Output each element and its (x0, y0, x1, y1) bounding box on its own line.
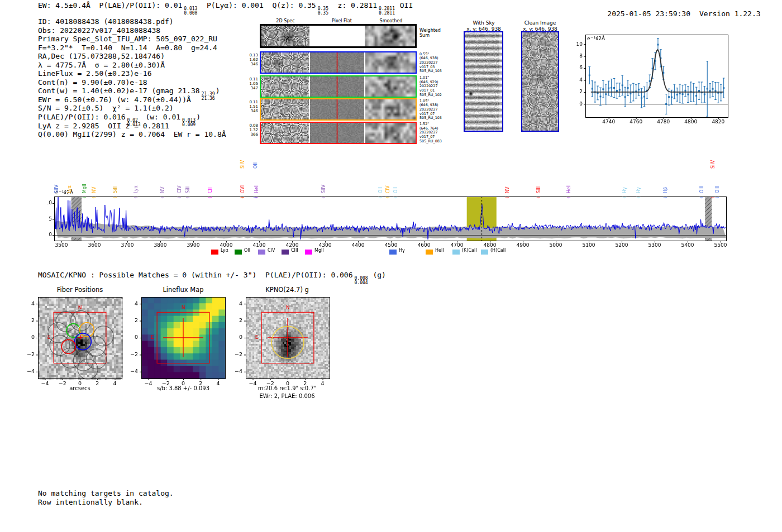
weighted-sum-smoothed-image (365, 26, 415, 46)
emission-line-label-MgII: MgII (82, 184, 87, 193)
text-segment: P(Lyα): 0.001 Q(z): 0.35 (198, 1, 316, 9)
fiber-weight-value: 1.51 (244, 104, 258, 109)
detection-info-block: ID: 4018088438 (4018088438.pdf)Obs: 2022… (38, 17, 226, 139)
text-segment: z: 0.2811 (329, 1, 377, 9)
legend-swatch-Hγ (389, 250, 397, 255)
info-line-6: λ = 4775.7Å σ = 2.80(±0.30)Å (38, 61, 226, 70)
spec2d-row-3 (260, 98, 417, 121)
emission-line-brace: { (321, 196, 326, 199)
legend-label-OII: OII (244, 248, 250, 253)
text-segment: F=*3.2"* T=0.140 N=1.14 A=0.80 g=24.4 (38, 44, 217, 52)
spec2d-header-2dspec: 2D Spec (260, 18, 311, 23)
lower-limit: 0.008 (184, 11, 197, 16)
text-segment: MOSAIC/KPNO : Possible Matches = 0 (with… (38, 271, 353, 279)
fiber-weight-value: 347 (244, 86, 258, 90)
emission-line-label-CIV: CIV (385, 186, 390, 193)
emission-line-brace: { (505, 196, 510, 199)
legend-swatch-MgII (305, 250, 312, 255)
with-sky-title: With Sky x, y: 646, 938 (458, 20, 509, 32)
lower-limit: 21.36 (202, 97, 215, 101)
emission-line-label-Hγ: Hγ (622, 187, 627, 193)
fiber-weight-value: 346 (244, 62, 258, 66)
emission-line-brace: { (622, 196, 627, 199)
with-sky-panel (464, 31, 503, 132)
lineflux-map-plot (119, 293, 231, 389)
fiber-row-weights: 0.111.05347 (244, 77, 258, 91)
emission-line-brace: { (133, 196, 139, 199)
text-segment: RA,Dec (175.073288,52.184746) (38, 52, 165, 60)
lower-limit: 0.009 (182, 123, 196, 127)
emission-line-brace: { (536, 196, 541, 199)
lower-limit: 0.2811 (379, 11, 395, 16)
emission-line-label-CIV: CIV (177, 186, 182, 193)
emission-line-brace: { (240, 196, 245, 199)
fiber-pixelflat-image (310, 76, 364, 97)
stacked-limits: 0.0130.009 (182, 118, 196, 127)
emission-line-brace: { (566, 196, 571, 199)
emission-line-label-OII: OII (253, 162, 258, 169)
legend-label-Hγ: Hγ (399, 248, 405, 253)
weighted-sum-2d-image (261, 26, 309, 46)
footer-notes: No matching targets in catalog.Row inten… (38, 489, 174, 506)
info-line-9: Cont(w) = 1.40(±0.02)e-17 (gmag 21.3821.… (38, 87, 226, 95)
spec2d-header-smoothed: Smoothed (366, 18, 416, 23)
emission-line-label-Hβ: Hβ (663, 187, 668, 193)
legend-label-MgII: MgII (314, 248, 324, 253)
emission-line-label-SiIV: SiIV (711, 160, 716, 169)
lineflux-caption: s/b: 3.88 +/- 0.093 (139, 385, 228, 391)
report-summary-line: EW: 4.5±0.4Å P(LAE)/P(OII): 0.010.0130.0… (38, 1, 413, 16)
legend-label-CIV: CIV (268, 248, 275, 253)
emission-line-brace: { (636, 196, 641, 199)
info-line-4: F=*3.2"* T=0.140 N=1.14 A=0.80 g=24.4 (38, 44, 226, 52)
text-segment: Cont(n) = 9.90(±0.70)e-18 (38, 78, 147, 87)
legend-label-(K)CaII: (K)CaII (462, 248, 477, 253)
text-segment: Q(0.00) MgII(2799) z = 0.7064 EW r = 10.… (38, 130, 226, 138)
kpno-caption-2: EWr: 2, PLAE: 0.006 (242, 393, 332, 399)
fiber-meta-value: 505_RU_103 (419, 116, 453, 121)
text-segment: EWr = 6.50(±0.76) (w: 4.70(±0.44))Å (38, 95, 191, 104)
legend-swatch-(K)CaII (452, 250, 460, 255)
text-segment: EW: 4.5±0.4Å P(LAE)/P(OII): 0.01 (38, 1, 182, 9)
fiber-weight-value: 0.11 (244, 77, 258, 82)
legend-swatch-(H)CaII (481, 250, 488, 255)
fiber-smoothed-image (365, 123, 416, 143)
text-segment: (g) (369, 271, 386, 279)
mosaic-match-line: MOSAIC/KPNO : Possible Matches = 0 (with… (38, 271, 386, 285)
emission-line-brace: { (185, 196, 190, 199)
report-version: Version 1.22.3 (699, 9, 761, 18)
fiber-pixelflat-image (310, 52, 364, 73)
info-line-8: Cont(n) = 9.90(±0.70)e-18 (38, 78, 226, 87)
spec2d-row-1 (260, 51, 417, 74)
fiber-meta-value: 505_RU_083 (419, 140, 453, 144)
fiber-weight-value: 1.05 (244, 82, 258, 86)
text-segment: ) (216, 87, 220, 95)
spec2d-weighted-sum-row (260, 24, 417, 48)
fiber-weight-value: 0.11 (244, 100, 258, 104)
stacked-limits: 0.28110.2811 (379, 7, 395, 16)
fiber-row-meta: 1.05"(646, 938)20220227v017_07505_RU_103 (419, 99, 453, 121)
info-line-1: ID: 4018088438 (4018088438.pdf) (38, 17, 226, 26)
legend-label-CIII: CIII (291, 248, 298, 253)
emission-line-label-NV: NV (160, 187, 165, 193)
legend-swatch-HeII (426, 250, 433, 255)
emission-line-brace: { (378, 196, 383, 199)
fiber-weight-value: 0.13 (244, 53, 258, 57)
legend-swatch-CIV (258, 250, 265, 255)
clean-image-title-line: Clean Image (514, 20, 566, 26)
fiber-2d-image (261, 76, 309, 97)
emission-line-label-NV: NV (92, 187, 97, 193)
text-segment: Obs: 20220227v017_4018088438 (38, 26, 160, 35)
info-line-11: S/N = 9.2(±0.5) χ² = 1.1(±0.2) (38, 104, 226, 113)
fiber-row-weights: 0.131.62346 (244, 53, 258, 67)
fiber-weight-value: 346 (244, 109, 258, 113)
fiber-2d-image (261, 99, 309, 119)
spec2d-row-2 (260, 75, 417, 98)
fiber-row-meta: 0.55"(646, 938)20220227v017_03505_RU_103 (419, 52, 453, 74)
text-segment: Cont(w) = 1.40(±0.02)e-17 (gmag 21.38 (38, 87, 200, 95)
stacked-limits: 0.0130.008 (184, 7, 197, 16)
emission-line-brace: { (177, 196, 182, 199)
weighted-sum-label: Weighted Sum (419, 28, 441, 38)
emission-line-label-NV: NV (505, 187, 510, 193)
info-line-12: P(LAE)/P(OII): 0.0160.020.013 (w: 0.010.… (38, 113, 226, 122)
fiber-smoothed-image (365, 99, 416, 119)
